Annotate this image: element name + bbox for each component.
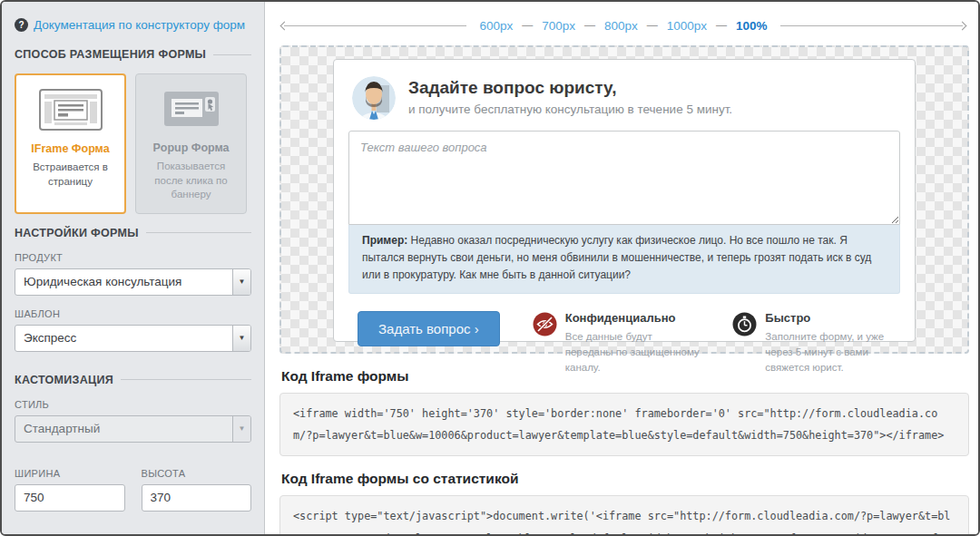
settings-section-title: НАСТРОЙКИ ФОРМЫ bbox=[15, 227, 139, 239]
section-divider bbox=[146, 232, 251, 233]
size-option-1000px[interactable]: 1000px bbox=[667, 19, 707, 33]
chevron-down-icon[interactable]: ▼ bbox=[232, 269, 250, 295]
example-label: Пример: bbox=[362, 234, 407, 247]
feature-confidential: Конфиденциально Все данные будут передан… bbox=[533, 311, 701, 376]
documentation-link[interactable]: ? Документация по конструктору форм bbox=[15, 18, 253, 32]
feature-fast-desc: Заполните форму, и уже через 5 минут с в… bbox=[765, 329, 900, 376]
stopwatch-icon bbox=[732, 312, 757, 376]
card-iframe-desc: Встраивается в страницу bbox=[22, 161, 119, 189]
size-option-800px[interactable]: 800px bbox=[604, 19, 638, 33]
card-iframe-form[interactable]: IFrame Форма Встраивается в страницу bbox=[15, 73, 126, 214]
size-option-600px[interactable]: 600px bbox=[479, 19, 513, 33]
settings-section-header: НАСТРОЙКИ ФОРМЫ bbox=[15, 227, 251, 239]
size-option-100percent[interactable]: 100% bbox=[736, 19, 768, 33]
placement-section-title: СПОСОБ РАЗМЕЩЕНИЯ ФОРМЫ bbox=[15, 48, 206, 61]
ask-question-button[interactable]: Задать вопрос › bbox=[358, 311, 500, 346]
size-separator: — bbox=[522, 19, 533, 32]
iframe-form-icon bbox=[22, 84, 119, 135]
card-popup-desc: Показывается после клика по баннеру bbox=[142, 160, 240, 202]
iframe-stats-code-block[interactable]: <script type="text/javascript">document.… bbox=[279, 495, 969, 534]
example-hint: Пример: Недавно оказал посредническую ус… bbox=[348, 225, 900, 294]
example-text: Недавно оказал посредническую услугу как… bbox=[362, 234, 871, 281]
feature-confidential-desc: Все данные будут переданы по защищенному… bbox=[565, 329, 701, 376]
iframe-code-block[interactable]: <iframe width='750' height='370' style='… bbox=[279, 393, 969, 456]
size-option-700px[interactable]: 700px bbox=[542, 19, 575, 33]
size-separator: — bbox=[647, 19, 658, 32]
template-select-value: Экспресс bbox=[15, 331, 232, 345]
customization-section-header: КАСТОМИЗАЦИЯ bbox=[15, 374, 251, 386]
question-textarea[interactable] bbox=[348, 131, 900, 225]
sidebar: ? Документация по конструктору форм СПОС… bbox=[2, 2, 265, 534]
width-label: ШИРИНА bbox=[15, 468, 123, 479]
iframe-stats-code-heading: Код Iframe формы со статистикой bbox=[281, 471, 967, 487]
style-select: Стандартный ▼ bbox=[15, 415, 251, 443]
chevron-down-icon[interactable]: ▼ bbox=[232, 326, 250, 351]
feature-fast: Быстро Заполните форму, и уже через 5 ми… bbox=[732, 311, 900, 376]
section-divider bbox=[121, 379, 251, 380]
form-preview-area: Задайте вопрос юристу, и получите беспла… bbox=[279, 45, 969, 354]
placement-section-header: СПОСОБ РАЗМЕЩЕНИЯ ФОРМЫ bbox=[15, 48, 251, 61]
form-constructor-window: ? Документация по конструктору форм СПОС… bbox=[0, 0, 980, 536]
card-popup-form[interactable]: Popup Форма Показывается после клика по … bbox=[135, 73, 247, 214]
card-popup-title: Popup Форма bbox=[142, 141, 240, 154]
customization-section-title: КАСТОМИЗАЦИЯ bbox=[15, 374, 113, 386]
size-separator: — bbox=[716, 19, 727, 32]
height-label: ВЫСОТА bbox=[142, 468, 250, 479]
height-input[interactable] bbox=[142, 484, 252, 512]
form-subtitle: и получите бесплатную консультацию в теч… bbox=[408, 102, 732, 116]
documentation-link-label: Документация по конструктору форм bbox=[34, 18, 245, 32]
form-title: Задайте вопрос юристу, bbox=[408, 78, 732, 98]
width-input[interactable] bbox=[15, 484, 125, 512]
style-select-value: Стандартный bbox=[15, 422, 232, 435]
size-bar-line bbox=[284, 25, 466, 26]
arrow-right-icon bbox=[958, 21, 967, 30]
feature-fast-title: Быстро bbox=[765, 311, 900, 325]
dimensions-row: ШИРИНА ВЫСОТА bbox=[15, 455, 251, 512]
chevron-down-icon: ▼ bbox=[232, 416, 250, 442]
template-label: ШАБЛОН bbox=[15, 308, 251, 319]
section-divider bbox=[213, 54, 251, 55]
main-area: 600px — 700px — 800px — 1000px — 100% bbox=[265, 2, 978, 534]
no-eye-icon bbox=[533, 312, 557, 376]
product-label: ПРОДУКТ bbox=[15, 252, 251, 263]
card-iframe-title: IFrame Форма bbox=[22, 142, 119, 155]
preview-size-bar: 600px — 700px — 800px — 1000px — 100% bbox=[281, 13, 965, 38]
product-select[interactable]: Юридическая консультация ▼ bbox=[15, 268, 251, 296]
placement-cards: IFrame Форма Встраивается в страницу bbox=[15, 73, 251, 214]
size-separator: — bbox=[584, 19, 595, 32]
template-select[interactable]: Экспресс ▼ bbox=[15, 325, 251, 352]
lawyer-avatar bbox=[352, 76, 396, 120]
size-bar-line bbox=[780, 25, 963, 26]
help-icon: ? bbox=[15, 18, 28, 32]
lead-form-preview: Задайте вопрос юристу, и получите беспла… bbox=[333, 59, 916, 342]
popup-form-icon bbox=[142, 83, 240, 134]
feature-confidential-title: Конфиденциально bbox=[565, 311, 701, 325]
product-select-value: Юридическая консультация bbox=[15, 275, 232, 288]
style-label: СТИЛЬ bbox=[15, 399, 251, 410]
